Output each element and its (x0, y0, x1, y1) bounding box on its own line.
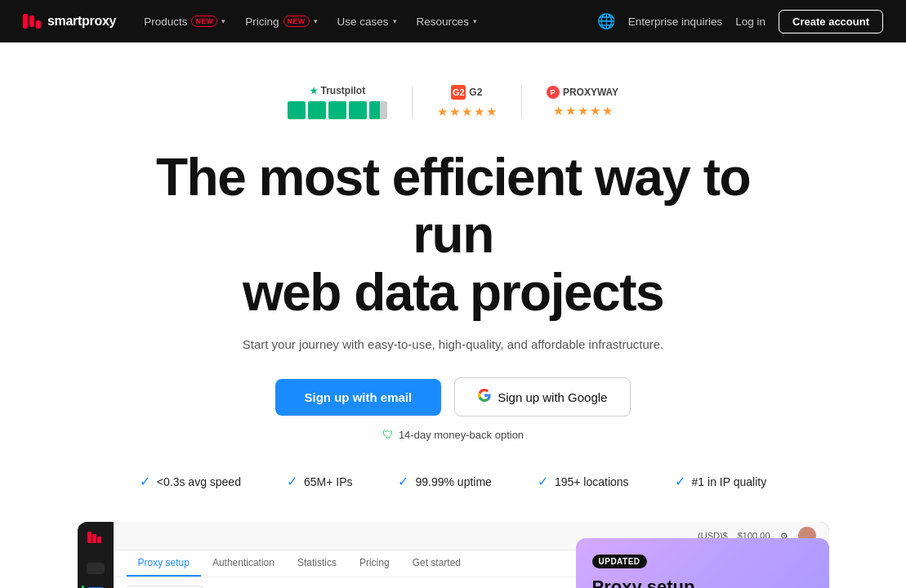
g2-rating: G2 G2 ★ ★ ★ ★ ★ (413, 85, 521, 119)
nav-right: 🌐 Enterprise inquiries Log in Create acc… (597, 10, 883, 33)
stat-ips: ✓ 65M+ IPs (264, 474, 376, 489)
check-icon-5: ✓ (675, 474, 685, 489)
new-badge-pricing: NEW (283, 16, 310, 27)
logo[interactable]: smartproxy (23, 14, 116, 29)
sidebar-icon-1 (87, 563, 105, 574)
pw-star-3: ★ (578, 104, 588, 118)
tp-bar-5 (369, 101, 387, 119)
logo-bar-3 (36, 20, 41, 29)
create-account-button[interactable]: Create account (779, 10, 883, 33)
stat-quality: ✓ #1 in IP quality (652, 474, 790, 489)
signup-google-button[interactable]: Sign up with Google (454, 377, 631, 416)
sidebar-mini (78, 522, 114, 588)
tp-bar-2 (308, 101, 326, 119)
translate-icon[interactable]: 🌐 (597, 12, 615, 30)
tab-pricing[interactable]: Pricing (348, 550, 401, 577)
nav-items: Products NEW ▾ Pricing NEW ▾ Use cases ▾… (136, 11, 597, 33)
active-indicator (82, 586, 84, 588)
stat-locations: ✓ 195+ locations (515, 474, 652, 489)
stat-uptime: ✓ 99.99% uptime (375, 474, 514, 489)
pw-star-2: ★ (565, 104, 576, 118)
nav-item-pricing[interactable]: Pricing NEW ▾ (237, 11, 325, 33)
tp-bar-3 (328, 101, 346, 119)
ratings-row: ★ Trustpilot G2 G2 ★ ★ ★ ★ ★ (16, 85, 890, 119)
subheadline: Start your journey with easy-to-use, hig… (16, 337, 890, 351)
pw-star-5: ★ (602, 104, 613, 118)
pw-star-1: ★ (553, 104, 564, 118)
star-2: ★ (449, 105, 460, 119)
star-3: ★ (462, 105, 472, 119)
logo-bar-2 (29, 16, 34, 27)
login-link[interactable]: Log in (735, 16, 765, 28)
tab-get-started[interactable]: Get started (401, 550, 472, 577)
dashboard-preview: (USD)$ $100.00 ⚙ Proxy setup Authenticat… (78, 522, 829, 588)
tab-proxy-setup[interactable]: Proxy setup (127, 550, 201, 577)
navbar: smartproxy Products NEW ▾ Pricing NEW ▾ … (0, 0, 906, 42)
check-icon-1: ✓ (140, 474, 150, 489)
g2-stars: ★ ★ ★ ★ ★ (437, 105, 497, 119)
nav-item-resources[interactable]: Resources ▾ (408, 11, 486, 33)
tp-bar-1 (288, 101, 306, 119)
check-icon-2: ✓ (287, 474, 297, 489)
sidebar-logo (87, 533, 104, 543)
trustpilot-label: ★ Trustpilot (310, 85, 366, 96)
updated-badge: UPDATED (592, 555, 647, 568)
proxyway-icon: P (547, 86, 560, 99)
stat-speed: ✓ <0.3s avg speed (117, 474, 264, 489)
chevron-down-icon: ▾ (221, 17, 225, 25)
trustpilot-rating: ★ Trustpilot (263, 85, 412, 119)
money-back-text: 14-day money-back option (399, 429, 524, 441)
check-icon-3: ✓ (398, 474, 408, 489)
check-icon-4: ✓ (538, 474, 548, 489)
chevron-down-icon: ▾ (473, 17, 477, 25)
logo-icon (23, 14, 41, 29)
sidebar-logo-bar3 (97, 537, 101, 543)
google-g-icon (478, 389, 491, 405)
logo-text: smartproxy (47, 14, 116, 29)
proxyway-rating: P PROXYWAY ★ ★ ★ ★ ★ (522, 86, 643, 118)
logo-bar-1 (23, 14, 28, 29)
trustpilot-star-icon: ★ (310, 86, 318, 96)
new-badge: NEW (191, 16, 217, 27)
proxyway-stars: ★ ★ ★ ★ ★ (553, 104, 613, 118)
proxyway-label: P PROXYWAY (547, 86, 618, 99)
tab-authentication[interactable]: Authentication (201, 550, 286, 577)
g2-label: G2 G2 (451, 85, 482, 100)
signup-email-button[interactable]: Sign up with email (275, 379, 442, 416)
main-headline: The most efficient way to run web data p… (127, 149, 780, 321)
shield-icon: 🛡 (382, 428, 394, 441)
pw-star-4: ★ (590, 104, 600, 118)
tp-bar-4 (349, 101, 367, 119)
star-4: ★ (474, 105, 484, 119)
chevron-down-icon: ▾ (393, 17, 397, 25)
hero-section: ★ Trustpilot G2 G2 ★ ★ ★ ★ ★ (0, 42, 906, 489)
card-title: Proxy setup (592, 577, 813, 588)
chevron-down-icon: ▾ (314, 17, 318, 25)
sidebar-logo-bar1 (87, 532, 91, 543)
money-back-row: 🛡 14-day money-back option (16, 428, 890, 441)
stats-row: ✓ <0.3s avg speed ✓ 65M+ IPs ✓ 99.99% up… (16, 474, 890, 489)
sidebar-logo-bar2 (92, 534, 96, 543)
nav-item-products[interactable]: Products NEW ▾ (136, 11, 234, 33)
enterprise-link[interactable]: Enterprise inquiries (628, 16, 723, 28)
purple-card: UPDATED Proxy setup Save time by setting… (576, 538, 829, 588)
trustpilot-bars (288, 101, 387, 119)
nav-item-usecases[interactable]: Use cases ▾ (329, 11, 405, 33)
star-1: ★ (437, 105, 448, 119)
google-button-label: Sign up with Google (498, 390, 607, 404)
g2-logo-icon: G2 (451, 85, 466, 100)
cta-row: Sign up with email Sign up with Google (16, 377, 890, 416)
star-5: ★ (486, 105, 497, 119)
tab-statistics[interactable]: Statistics (286, 550, 348, 577)
